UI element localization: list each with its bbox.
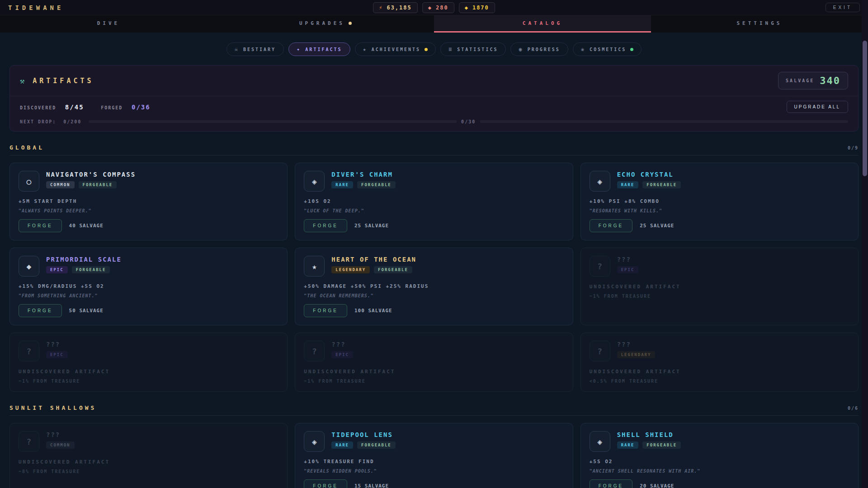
discovered-label: DISCOVERED — [20, 105, 56, 110]
drop-hint: ~1% FROM TREASURE — [590, 294, 849, 299]
artifact-effect: +15% DMG/RADIUS +5S O2 — [19, 283, 278, 289]
forge-cost: 100 SALVAGE — [354, 308, 392, 314]
card-footer: FORGE100 SALVAGE — [304, 304, 564, 317]
forgeable-badge: FORGEABLE — [357, 181, 396, 188]
forge-button[interactable]: FORGE — [304, 479, 347, 488]
artifact-effect: +10% TREASURE FIND — [304, 459, 564, 465]
undiscovered-label: UNDISCOVERED ARTIFACT — [304, 369, 564, 375]
artifact-card: ????EPICUNDISCOVERED ARTIFACT~1% FROM TR… — [580, 248, 859, 325]
undiscovered-label: UNDISCOVERED ARTIFACT — [19, 369, 278, 375]
badge-row: COMMON — [46, 441, 75, 449]
catalog-subnav: ☠BESTIARY✦ARTIFACTS★ACHIEVEMENTS≡STATIST… — [0, 42, 868, 56]
main-nav: DIVEUPGRADESCATALOGSETTINGS — [0, 15, 868, 33]
rarity-badge: RARE — [617, 181, 639, 188]
question-icon: ? — [590, 256, 610, 277]
nav-tab-settings[interactable]: SETTINGS — [651, 15, 868, 33]
subnav-tab-artifacts[interactable]: ✦ARTIFACTS — [288, 42, 350, 56]
forge-button[interactable]: FORGE — [304, 219, 347, 232]
artifact-card[interactable]: ◈ECHO CRYSTALRAREFORGEABLE+10% PSI +8% C… — [580, 163, 859, 240]
currency-chip-gold: ◆1870 — [459, 2, 495, 13]
artifact-name: HEART OF THE OCEAN — [331, 256, 416, 263]
exit-button[interactable]: EXIT — [826, 3, 860, 12]
drop-progress-bar: 0/30 — [89, 118, 848, 125]
forge-button[interactable]: FORGE — [590, 479, 633, 488]
drop-hint: ~1% FROM TREASURE — [19, 379, 278, 384]
forgeable-badge: FORGEABLE — [79, 181, 117, 188]
forgeable-badge: FORGEABLE — [72, 266, 110, 273]
stats-group: DISCOVERED 8/45 FORGED 0/36 — [20, 103, 151, 111]
rarity-badge: RARE — [331, 441, 353, 449]
subnav-tab-bestiary[interactable]: ☠BESTIARY — [226, 42, 284, 56]
forge-button[interactable]: FORGE — [19, 304, 62, 317]
diamond-outline-icon: ◈ — [304, 171, 325, 192]
diamond-outline-icon: ◈ — [590, 171, 610, 192]
artifact-card[interactable]: ★HEART OF THE OCEANLEGENDARYFORGEABLE+50… — [295, 248, 573, 325]
forge-cost: 25 SALVAGE — [640, 223, 674, 229]
section-header: SUNLIT SHALLOWS0/6 — [9, 404, 859, 416]
card-header: ◈ECHO CRYSTALRAREFORGEABLE — [590, 171, 849, 192]
subnav-tab-progress[interactable]: ◉PROGRESS — [510, 42, 568, 56]
artifact-card[interactable]: ◈TIDEPOOL LENSRAREFORGEABLE+10% TREASURE… — [295, 423, 573, 488]
badge-row: EPIC — [46, 351, 68, 358]
badge-row: EPICFORGEABLE — [46, 266, 122, 273]
subnav-tab-label: ARTIFACTS — [305, 47, 342, 52]
card-footer: FORGE40 SALVAGE — [19, 219, 278, 232]
rarity-badge: LEGENDARY — [331, 266, 370, 273]
artifacts-title-text: ARTIFACTS — [33, 77, 94, 85]
nav-tab-label: SETTINGS — [737, 20, 783, 26]
artifacts-panel-title: ⚒ ARTIFACTS — [20, 76, 94, 85]
artifact-name: DIVER'S CHARM — [331, 171, 395, 178]
question-icon: ? — [19, 341, 39, 361]
subnav-tab-label: ACHIEVEMENTS — [372, 47, 420, 52]
salvage-counter: SALVAGE 340 — [778, 72, 848, 89]
artifact-name: ??? — [617, 256, 639, 263]
upgrade-all-button[interactable]: UPGRADE ALL — [787, 101, 848, 113]
subnav-tab-statistics[interactable]: ≡STATISTICS — [440, 42, 506, 56]
nav-tab-catalog[interactable]: CATALOG — [434, 15, 651, 33]
card-header: ????COMMON — [19, 431, 278, 452]
subnav-tab-achievements[interactable]: ★ACHIEVEMENTS — [355, 42, 436, 56]
next-drop-value: 0/200 — [63, 119, 81, 124]
badge-row: RAREFORGEABLE — [331, 181, 395, 188]
card-footer: FORGE15 SALVAGE — [304, 479, 564, 488]
drop-hint: ~8% FROM TREASURE — [19, 469, 278, 474]
artifact-card[interactable]: ◆PRIMORDIAL SCALEEPICFORGEABLE+15% DMG/R… — [9, 248, 288, 325]
forge-button[interactable]: FORGE — [304, 304, 347, 317]
star-icon: ★ — [363, 46, 368, 52]
diamond-outline-icon: ◈ — [304, 431, 325, 452]
rarity-badge: EPIC — [331, 351, 353, 358]
salvage-label: SALVAGE — [786, 78, 814, 83]
artifact-card[interactable]: ◈SHELL SHIELDRAREFORGEABLE+5S O2"ANCIENT… — [580, 423, 859, 488]
artifact-flavor: "FROM SOMETHING ANCIENT." — [19, 293, 278, 298]
page-scrollbar[interactable] — [862, 0, 868, 488]
artifact-card[interactable]: ◈DIVER'S CHARMRAREFORGEABLE+10S O2"LUCK … — [295, 163, 573, 240]
nav-tab-label: CATALOG — [523, 20, 562, 26]
nav-tab-upgrades[interactable]: UPGRADES — [217, 15, 434, 33]
section-count: 0/6 — [848, 406, 859, 411]
hammers-icon: ⚒ — [20, 76, 27, 85]
section-title: SUNLIT SHALLOWS — [9, 404, 96, 411]
card-header: ◆PRIMORDIAL SCALEEPICFORGEABLE — [19, 256, 278, 277]
bestiary-icon: ☠ — [235, 46, 239, 52]
forge-button[interactable]: FORGE — [19, 219, 62, 232]
forge-button[interactable]: FORGE — [590, 219, 633, 232]
question-icon: ? — [304, 341, 325, 361]
artifact-flavor: "RESONATES WITH KILLS." — [590, 208, 849, 213]
artifact-name: ??? — [46, 431, 75, 438]
nav-tab-label: DIVE — [97, 20, 120, 26]
badge-row: RAREFORGEABLE — [331, 441, 395, 449]
card-header: ????EPIC — [304, 341, 564, 361]
section-header: GLOBAL0/9 — [9, 144, 859, 155]
artifact-effect: +10% PSI +8% COMBO — [590, 198, 849, 204]
rarity-badge: RARE — [617, 441, 639, 449]
artifact-card[interactable]: ○NAVIGATOR'S COMPASSCOMMONFORGEABLE+5M S… — [9, 163, 288, 240]
scrollbar-thumb[interactable] — [863, 41, 867, 176]
subnav-tab-label: COSMETICS — [590, 47, 626, 52]
subnav-tab-cosmetics[interactable]: ❀COSMETICS — [573, 42, 642, 56]
card-info: PRIMORDIAL SCALEEPICFORGEABLE — [46, 256, 122, 277]
nav-tab-dive[interactable]: DIVE — [0, 15, 217, 33]
card-info: ECHO CRYSTALRAREFORGEABLE — [617, 171, 681, 192]
card-grid: ????COMMONUNDISCOVERED ARTIFACT~8% FROM … — [9, 423, 859, 488]
card-header: ????LEGENDARY — [590, 341, 849, 361]
artifact-name: ??? — [46, 341, 68, 348]
